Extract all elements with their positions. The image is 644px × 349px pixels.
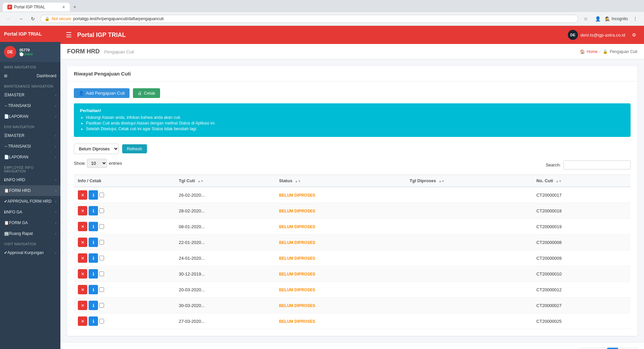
- hamburger-icon[interactable]: ☰: [66, 31, 72, 39]
- alert-list: Hubungi Atasan anda, infokan bahwa anda …: [80, 115, 625, 131]
- chevron-icon: ‹: [55, 93, 56, 97]
- incognito-button[interactable]: 🕵 Incognito: [605, 16, 628, 21]
- add-icon: 👤: [79, 91, 84, 96]
- online-status: ⬤ Online: [19, 52, 33, 56]
- show-label: Show: [74, 161, 85, 166]
- sidebar-item-ruang-rapat[interactable]: 🏢 Ruang Rapat ‹: [0, 228, 60, 239]
- info-button[interactable]: ℹ: [89, 206, 98, 215]
- info-button[interactable]: ℹ: [89, 222, 98, 231]
- page-1-button[interactable]: 1: [607, 348, 618, 349]
- bookmark-button[interactable]: ☆: [581, 14, 590, 23]
- action-group: ✕ ℹ: [78, 238, 171, 247]
- info-button[interactable]: ℹ: [89, 285, 98, 294]
- nav-section-visit: VISIT NAVIGATION: [0, 239, 60, 247]
- chevron-icon: ‹: [55, 210, 56, 214]
- sidebar-item-laporan-maint[interactable]: 📄 LAPORAN ‹: [0, 111, 60, 122]
- status-cell: BELUM DIPROSES: [275, 235, 405, 250]
- row-checkbox[interactable]: [99, 208, 104, 213]
- incognito-label: Incognito: [611, 16, 628, 21]
- add-pengajuan-cuti-button[interactable]: 👤 Add Pengajuan Cuti: [74, 88, 130, 98]
- status-cell: BELUM DIPROSES: [275, 250, 405, 266]
- table-row: ✕ ℹ 20-03-2020... BELUM DIPROSES CT20000…: [74, 282, 631, 298]
- info-button[interactable]: ℹ: [89, 269, 98, 279]
- delete-button[interactable]: ✕: [78, 222, 87, 231]
- status-cell: BELUM DIPROSES: [275, 282, 405, 298]
- row-checkbox[interactable]: [99, 240, 104, 245]
- delete-button[interactable]: ✕: [78, 316, 87, 326]
- active-tab[interactable]: P Portal IGP TRIAL ✕: [3, 3, 70, 11]
- tab-close-button[interactable]: ✕: [62, 5, 65, 9]
- row-checkbox[interactable]: [99, 319, 104, 323]
- sidebar-item-transaksi-ehs[interactable]: ↔ TRANSAKSI ‹: [0, 141, 60, 152]
- nav-section-main: MAIN NAVIGATION: [0, 62, 60, 70]
- tgl-diproses-cell: [406, 187, 533, 203]
- sidebar-item-info-ga[interactable]: ℹ INFO GA ‹: [0, 207, 60, 217]
- sidebar-item-approval-kunjungan[interactable]: ✔ Approval Kunjungan ‹: [0, 247, 60, 258]
- transaksi-ehs-label: TRANSAKSI: [8, 144, 55, 149]
- row-checkbox[interactable]: [99, 193, 104, 197]
- cetak-button[interactable]: 🖨 Cetak: [133, 88, 160, 98]
- action-cell: ✕ ℹ: [74, 187, 175, 203]
- previous-button[interactable]: Previous: [580, 348, 606, 349]
- row-checkbox[interactable]: [99, 271, 104, 276]
- delete-button[interactable]: ✕: [78, 206, 87, 215]
- row-checkbox[interactable]: [99, 303, 104, 308]
- forward-button[interactable]: →: [16, 14, 26, 23]
- no-cuti-cell: CT20000025: [532, 313, 631, 329]
- col-no-cuti[interactable]: No. Cuti ▲▼: [532, 175, 631, 187]
- sidebar-item-laporan-ehs[interactable]: 📄 LAPORAN ‹: [0, 152, 60, 162]
- col-info-cetak: Info / Cetak: [74, 175, 175, 187]
- col-tgl-cuti[interactable]: Tgl Cuti ▲▼: [175, 175, 275, 187]
- security-icon: 🔒: [45, 16, 50, 21]
- col-tgl-diproses[interactable]: Tgl Diproses ▲▼: [406, 175, 533, 187]
- form-hrd-label: FORM HRD: [9, 188, 55, 193]
- row-checkbox[interactable]: [99, 224, 104, 229]
- search-bar: Search:: [546, 160, 631, 169]
- next-button[interactable]: Next: [620, 348, 637, 349]
- home-link[interactable]: Home: [587, 49, 598, 54]
- tgl-diproses-cell: [406, 282, 533, 298]
- sidebar-item-info-hrd[interactable]: ℹ INFO HRD ‹: [0, 174, 60, 185]
- table-body: ✕ ℹ 26-02-2020... BELUM DIPROSES CT20000…: [74, 187, 631, 329]
- sidebar-item-transaksi-maint[interactable]: ↔ TRANSAKSI ‹: [0, 100, 60, 111]
- breadcrumb: FORM HRD Pengajuan Cuti 🏠 Home / 🔒 Penga…: [60, 44, 644, 59]
- info-button[interactable]: ℹ: [89, 190, 98, 200]
- delete-button[interactable]: ✕: [78, 301, 87, 310]
- info-button[interactable]: ℹ: [89, 238, 98, 247]
- search-input[interactable]: [563, 160, 631, 169]
- address-bar[interactable]: 🔒 Not secure portaligp.test/hr/pengajuan…: [40, 15, 578, 23]
- info-button[interactable]: ℹ: [89, 316, 98, 326]
- delete-button[interactable]: ✕: [78, 285, 87, 294]
- settings-button[interactable]: ⋮: [631, 14, 640, 23]
- profile-button[interactable]: 👤: [593, 14, 602, 23]
- delete-button[interactable]: ✕: [78, 269, 87, 279]
- delete-button[interactable]: ✕: [78, 253, 87, 263]
- status-dot: ⬤: [19, 52, 22, 55]
- info-hrd-label: INFO HRD: [6, 178, 55, 182]
- status-filter-select[interactable]: Belum Diproses Diproses Semua: [74, 144, 119, 154]
- refresh-button[interactable]: Refresh: [122, 144, 147, 153]
- sidebar-item-form-hrd[interactable]: 📋 FORM HRD ‹: [0, 185, 60, 196]
- delete-button[interactable]: ✕: [78, 190, 87, 200]
- back-button[interactable]: ←: [4, 14, 13, 23]
- laporan-label: LAPORAN: [9, 114, 55, 119]
- sidebar-item-master-ehs[interactable]: ☰ MASTER ‹: [0, 130, 60, 141]
- col-status[interactable]: Status ▲▼: [275, 175, 405, 187]
- header-settings-button[interactable]: ⚙: [629, 30, 639, 40]
- row-checkbox[interactable]: [99, 256, 104, 260]
- sidebar-item-form-ga[interactable]: 📋 FORM GA ‹: [0, 217, 60, 228]
- delete-button[interactable]: ✕: [78, 238, 87, 247]
- reload-button[interactable]: ↻: [28, 14, 38, 23]
- action-cell: ✕ ℹ: [74, 266, 175, 282]
- row-checkbox[interactable]: [99, 287, 104, 292]
- new-tab-button[interactable]: +: [70, 2, 80, 12]
- info-button[interactable]: ℹ: [89, 301, 98, 310]
- avatar: DE: [4, 46, 16, 58]
- no-cuti-cell: CT20000019: [532, 219, 631, 235]
- sidebar-item-approval-form-hrd[interactable]: ✔ APPROVAL FORM HRD ‹: [0, 196, 60, 207]
- entries-per-page-select[interactable]: 10 25 50 100: [87, 159, 107, 168]
- chevron-icon: ‹: [55, 155, 56, 159]
- sidebar-item-dashboard[interactable]: ⊞ Dashboard: [0, 70, 60, 81]
- info-button[interactable]: ℹ: [89, 253, 98, 263]
- sidebar-item-master-maint[interactable]: ☰ MASTER ‹: [0, 90, 60, 100]
